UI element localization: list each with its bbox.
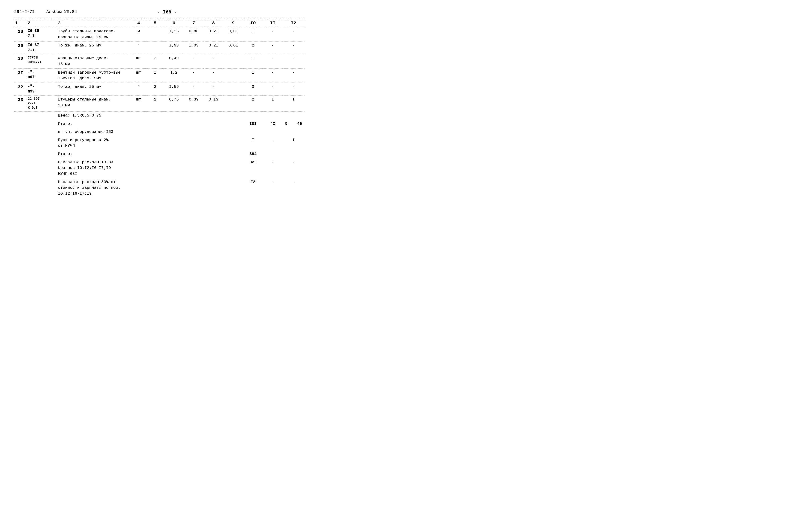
col-hdr-1: 1 xyxy=(14,19,27,27)
row29-unit: " xyxy=(131,41,146,54)
row29-c11: - xyxy=(263,41,283,54)
row32-c12: - xyxy=(283,83,304,96)
col-hdr-2: 2 xyxy=(27,19,57,27)
row31-c7: - xyxy=(184,69,204,82)
label-equipment: в т.ч. оборудование-I83 xyxy=(57,128,131,136)
row32-c6: I,59 xyxy=(164,83,184,96)
row30-c9 xyxy=(223,54,243,69)
summary-equipment-row: в т.ч. оборудование-I83 xyxy=(14,128,304,136)
row33-unit: шт xyxy=(131,96,146,112)
pusk-c12: I xyxy=(283,136,304,150)
itogo-c9: 383 xyxy=(243,120,263,128)
col-hdr-12: I2 xyxy=(283,19,304,27)
col-hdr-10: IO xyxy=(243,19,263,27)
row33-desc: Штуцеры стальные диам.20 мм xyxy=(57,96,131,112)
row33-c9 xyxy=(223,96,243,112)
row31-c8: - xyxy=(204,69,223,82)
row28-c11: - xyxy=(263,27,283,41)
row32-desc: То же, диам. 25 мм xyxy=(57,83,131,96)
row31-c5: I xyxy=(146,69,164,82)
row28-c5 xyxy=(146,27,164,41)
col-hdr-8: 8 xyxy=(204,19,223,27)
row30-desc: Фланцы стальные диам.15 мм xyxy=(57,54,131,69)
main-container: 294-2-7I Альбом УП.84 - I68 - 1 2 3 xyxy=(0,0,319,212)
row32-num: 32 xyxy=(14,83,27,96)
itogo-c10: 4I xyxy=(263,120,283,128)
row32-c7: - xyxy=(184,83,204,96)
nakladnye1-c10: - xyxy=(263,158,283,178)
col-hdr-4: 4 xyxy=(131,19,146,27)
row32-c5: 2 xyxy=(146,83,164,96)
label-nakladnye-2: Накладные расходы 80% отстоимости зарпла… xyxy=(57,178,131,198)
row30-code: ССРСШчШп177I xyxy=(27,54,57,69)
row32-c9 xyxy=(223,83,243,96)
row28-desc: Трубы стальные водогазо-проводные диам. … xyxy=(57,27,131,41)
row32-unit: " xyxy=(131,83,146,96)
row29-c9: 0,0I xyxy=(223,41,243,54)
col-hdr-5: 5 xyxy=(146,19,164,27)
row29-desc: То же, диам. 25 мм xyxy=(57,41,131,54)
page-center: - I68 - xyxy=(157,10,177,15)
row33-c10: 2 xyxy=(243,96,263,112)
label-nakladnye-1: Накладные расходы I3,3%без поз.IO;I2;I6-… xyxy=(57,158,131,178)
row31-desc: Вентиди запорные муфто-вые I5кчI8пI диам… xyxy=(57,69,131,82)
row33-c11: I xyxy=(263,96,283,112)
row28-c9: 0,0I xyxy=(223,27,243,41)
row29-code: I6-377-I xyxy=(27,41,57,54)
row33-code: 22-39727-IК=0,5 xyxy=(27,96,57,112)
row33-num: 33 xyxy=(14,96,27,112)
pusk-c9: I xyxy=(243,136,263,150)
header-right-spacer xyxy=(257,10,304,15)
row30-c7: - xyxy=(184,54,204,69)
row28-unit: м xyxy=(131,27,146,41)
row28-c12: - xyxy=(283,27,304,41)
row28-c6: I,25 xyxy=(164,27,184,41)
row30-c12: - xyxy=(283,54,304,69)
row31-unit: шт xyxy=(131,69,146,82)
row29-c5 xyxy=(146,41,164,54)
table-row: 30 ССРСШчШп177I Фланцы стальные диам.15 … xyxy=(14,54,304,69)
price-note-row: Цена: I,5х0,5=0,75 xyxy=(14,111,304,120)
table-row: 32 -"-п99 То же, диам. 25 мм " 2 I,59 - … xyxy=(14,83,304,96)
price-note: Цена: I,5х0,5=0,75 xyxy=(57,111,131,120)
row29-num: 29 xyxy=(14,41,27,54)
table-row: 28 I6-357-I Трубы стальные водогазо-пров… xyxy=(14,27,304,41)
row31-num: 3I xyxy=(14,69,27,82)
label-itogo-2: Итого: xyxy=(57,150,131,158)
summary-nakladnye-1: Накладные расходы I3,3%без поз.IO;I2;I6-… xyxy=(14,158,304,178)
album-label: Альбом УП.84 xyxy=(46,10,77,15)
row31-c11: - xyxy=(263,69,283,82)
col-hdr-6: 6 xyxy=(164,19,184,27)
row28-code: I6-357-I xyxy=(27,27,57,41)
row29-c6: I,93 xyxy=(164,41,184,54)
row28-num: 28 xyxy=(14,27,27,41)
row33-c12: I xyxy=(283,96,304,112)
nakladnye1-c12: - xyxy=(283,158,304,178)
label-pusk: Пуск и регулировка 2%от НУЧП xyxy=(57,136,131,150)
header-left: 294-2-7I Альбом УП.84 xyxy=(14,10,77,15)
nakladnye2-c9: I8 xyxy=(243,178,263,198)
row31-code: -"-п97 xyxy=(27,69,57,82)
row30-c10: I xyxy=(243,54,263,69)
row33-c5: 2 xyxy=(146,96,164,112)
pusk-c10: - xyxy=(263,136,283,150)
page-header: 294-2-7I Альбом УП.84 - I68 - xyxy=(14,10,304,15)
row33-c6: 0,75 xyxy=(164,96,184,112)
summary-itogo-1: Итого: 383 4I 5 46 xyxy=(14,120,304,128)
row28-c8: 0,2I xyxy=(204,27,223,41)
nakladnye2-c12: - xyxy=(283,178,304,198)
table-row: 29 I6-377-I То же, диам. 25 мм " I,93 I,… xyxy=(14,41,304,54)
doc-number: 294-2-7I xyxy=(14,10,35,15)
table-row: 33 22-39727-IК=0,5 Штуцеры стальные диам… xyxy=(14,96,304,112)
row32-c8: - xyxy=(204,83,223,96)
col-hdr-3: 3 xyxy=(57,19,131,27)
row30-num: 30 xyxy=(14,54,27,69)
column-header-row: 1 2 3 4 5 6 7 8 9 IO II I2 xyxy=(14,19,304,27)
row29-c7: I,03 xyxy=(184,41,204,54)
row29-c8: 0,2I xyxy=(204,41,223,54)
row30-unit: шт xyxy=(131,54,146,69)
row31-c12: - xyxy=(283,69,304,82)
row30-c5: 2 xyxy=(146,54,164,69)
row29-c10: 2 xyxy=(243,41,263,54)
row31-c6: I,2 xyxy=(164,69,184,82)
